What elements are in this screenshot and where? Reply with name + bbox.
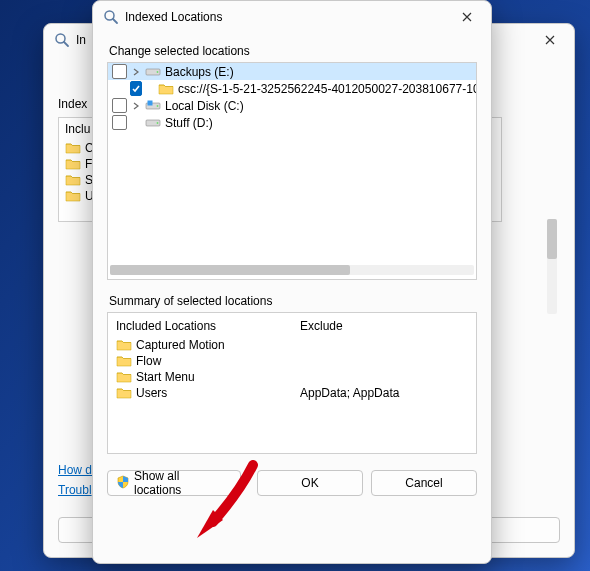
change-locations-label: Change selected locations [109, 44, 477, 58]
summary-item-label: Start Menu [136, 370, 195, 384]
svg-rect-7 [148, 100, 153, 105]
dialog-button-row: Show all locations OK Cancel [107, 470, 477, 496]
drive-icon [145, 115, 161, 131]
folder-icon [116, 337, 132, 353]
folder-icon [158, 81, 174, 97]
svg-point-10 [157, 122, 159, 124]
svg-line-3 [113, 19, 117, 23]
tree-horizontal-scrollbar[interactable] [110, 263, 474, 277]
tree-row[interactable]: Backups (E:) [108, 63, 476, 80]
summary-item-label: Flow [136, 354, 161, 368]
tree-checkbox[interactable] [112, 64, 127, 79]
cancel-button[interactable]: Cancel [371, 470, 477, 496]
summary-included-header[interactable]: Included Locations [116, 319, 284, 333]
summary-exclude-item [300, 337, 468, 353]
tree-checkbox[interactable] [112, 115, 127, 130]
folder-icon [65, 188, 81, 204]
summary-exclude-column: Exclude AppData; AppData [292, 313, 476, 453]
summary-included-column: Included Locations Captured MotionFlowSt… [108, 313, 292, 453]
back-listbox-scrollbar[interactable] [544, 219, 560, 314]
summary-included-item[interactable]: Users [116, 385, 284, 401]
tree-row[interactable]: csc://{S-1-5-21-3252562245-4012050027-20… [108, 80, 476, 97]
summary-exclude-item: AppData; AppData [300, 385, 468, 401]
ok-button[interactable]: OK [257, 470, 363, 496]
folder-icon [65, 156, 81, 172]
svg-point-5 [157, 71, 159, 73]
tree-checkbox[interactable] [130, 81, 142, 96]
ok-label: OK [301, 476, 318, 490]
shield-icon [116, 475, 130, 492]
tree-checkbox[interactable] [112, 98, 127, 113]
summary-exclude-header[interactable]: Exclude [300, 319, 468, 333]
show-all-locations-label: Show all locations [134, 469, 228, 497]
tree-row-label: Backups (E:) [165, 65, 234, 79]
dialog-titlebar: Indexed Locations [93, 1, 491, 34]
svg-point-8 [157, 105, 159, 107]
chevron-right-icon[interactable] [131, 101, 141, 111]
dialog-close-button[interactable] [449, 3, 485, 31]
tree-row[interactable]: Local Disk (C:) [108, 97, 476, 114]
summary-exclude-item [300, 353, 468, 369]
svg-line-1 [64, 42, 68, 46]
tree-row-label: Stuff (D:) [165, 116, 213, 130]
locations-tree[interactable]: Backups (E:)csc://{S-1-5-21-3252562245-4… [107, 62, 477, 280]
chevron-right-icon[interactable] [131, 67, 141, 77]
folder-icon [65, 172, 81, 188]
cancel-label: Cancel [405, 476, 442, 490]
back-close-button[interactable] [532, 26, 568, 54]
summary-exclude-item [300, 369, 468, 385]
indexed-locations-dialog: Indexed Locations Change selected locati… [92, 0, 492, 564]
tree-row-label: csc://{S-1-5-21-3252562245-4012050027-20… [178, 82, 477, 96]
back-title: In [76, 33, 86, 47]
folder-icon [116, 353, 132, 369]
summary-panel: Included Locations Captured MotionFlowSt… [107, 312, 477, 454]
tree-row[interactable]: Stuff (D:) [108, 114, 476, 131]
summary-item-label: Users [136, 386, 167, 400]
back-link-2[interactable]: Troubl [58, 483, 92, 497]
osdrive-icon [145, 98, 161, 114]
folder-icon [116, 369, 132, 385]
magnifier-icon [103, 9, 119, 25]
summary-included-item[interactable]: Start Menu [116, 369, 284, 385]
summary-exclude-label: AppData; AppData [300, 386, 399, 400]
back-links: How d Troubl [58, 457, 92, 497]
folder-icon [116, 385, 132, 401]
back-link-1[interactable]: How d [58, 463, 92, 477]
summary-label: Summary of selected locations [109, 294, 477, 308]
magnifier-icon [54, 32, 70, 48]
drive-icon [145, 64, 161, 80]
desktop-background: In Index Inclu CFSU How d Troubl [0, 0, 590, 571]
summary-included-item[interactable]: Flow [116, 353, 284, 369]
show-all-locations-button[interactable]: Show all locations [107, 470, 241, 496]
tree-row-label: Local Disk (C:) [165, 99, 244, 113]
dialog-body: Change selected locations Backups (E:)cs… [93, 34, 491, 506]
dialog-title: Indexed Locations [125, 10, 222, 24]
summary-item-label: Captured Motion [136, 338, 225, 352]
folder-icon [65, 140, 81, 156]
summary-included-item[interactable]: Captured Motion [116, 337, 284, 353]
